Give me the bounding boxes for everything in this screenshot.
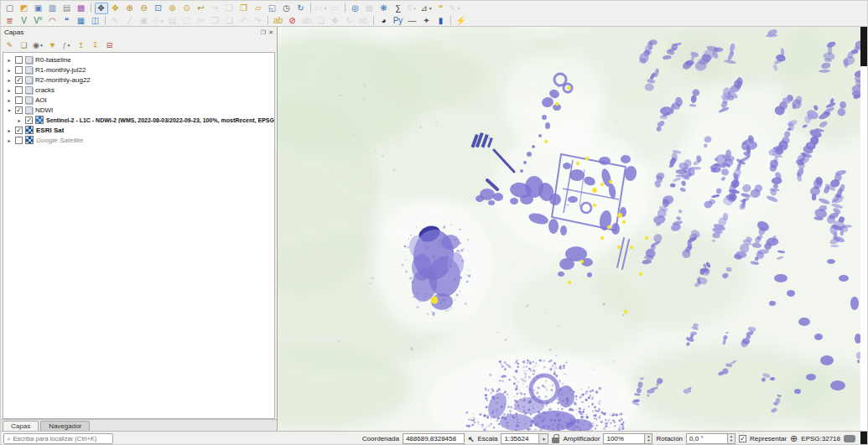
statistics-summary-button[interactable]: ∑ (392, 3, 405, 14)
expand-arrow-icon[interactable]: ▸ (6, 57, 13, 63)
layer-visibility-checkbox[interactable] (15, 66, 23, 74)
layer-visibility-checkbox[interactable] (15, 137, 23, 144)
layer-visibility-checkbox[interactable] (15, 56, 23, 64)
refresh-button[interactable]: ↻ (294, 3, 308, 14)
expand-arrow-icon[interactable]: ▸ (6, 127, 13, 133)
layer-visibility-checkbox[interactable]: ✓ (15, 76, 23, 84)
zoom-to-selection-button[interactable]: ⊛ (166, 3, 179, 14)
expand-arrow-icon[interactable]: ▾ (6, 107, 13, 113)
locator-input[interactable] (13, 435, 110, 442)
save-project-as-button[interactable]: ▥ (46, 3, 60, 14)
star-tool-button[interactable]: ✦ (420, 15, 434, 27)
map-tips-button[interactable]: ❝ (434, 3, 448, 14)
locator-search[interactable]: ⌕ (3, 433, 113, 444)
layer-item-aoi[interactable]: ▸AOI (3, 95, 274, 105)
grass-tools-button[interactable]: ◕ (377, 15, 391, 27)
tab-navegador[interactable]: Navegador (40, 421, 90, 431)
coordinate-field[interactable]: 488689,8328458 (403, 433, 465, 444)
crs-value[interactable]: EPSG:32718 (801, 435, 840, 442)
layer-visibility-checkbox[interactable] (15, 96, 23, 104)
show-bookmarks-button[interactable]: ❐ (237, 3, 251, 14)
mouse-position-icon[interactable]: ↖ (468, 435, 475, 443)
layer-label[interactable]: NDWI (35, 106, 53, 114)
layer-label[interactable]: R0-baseline (35, 56, 71, 64)
expand-arrow-icon[interactable]: ▸ (6, 87, 13, 93)
measure-button[interactable]: ⊿▼ (420, 3, 434, 14)
render-checkbox[interactable]: ✓ (739, 435, 746, 442)
pan-map-button[interactable]: ✥ (95, 3, 108, 14)
data-source-manager-button[interactable]: ≣ (3, 15, 17, 27)
add-delimited-text-layer-button[interactable]: ❝ (60, 15, 74, 27)
add-virtual-layer-button[interactable]: ◫ (89, 15, 102, 27)
new-map-view-button[interactable]: ▱ (252, 3, 265, 14)
open-layer-styling-button[interactable]: ✎ (3, 39, 16, 51)
scale-dropdown[interactable]: ▼ (539, 433, 548, 444)
page-scrollbar-thumb[interactable] (860, 27, 867, 66)
add-raster-layer-button[interactable]: ▦ (75, 15, 88, 27)
new-project-button[interactable]: ▢ (3, 3, 17, 14)
layer-item-google-satellite[interactable]: ▸Google Satellite (3, 135, 274, 145)
layer-item-r0-baseline[interactable]: ▸R0-baseline (3, 54, 274, 65)
zoom-to-layer-button[interactable]: ⊙ (180, 3, 194, 14)
layer-item-ndwi[interactable]: ▾✓NDWI (3, 105, 274, 115)
zoom-full-button[interactable]: ⊡ (152, 3, 165, 14)
python-console-button[interactable]: Py (392, 15, 405, 27)
layer-label[interactable]: R2-monthly-aug22 (35, 76, 91, 84)
layer-item-sentinel-2-l1c-ndwi-2-wms-2022-08-03-202[interactable]: ▸✓Sentinel-2 - L1C - NDWI-2 (WMS, 2022-0… (3, 115, 274, 125)
add-vector-layer-button[interactable]: V (18, 15, 31, 27)
float-panel-icon[interactable]: ❐ (261, 29, 266, 36)
manage-map-themes-button[interactable]: ◉▼ (32, 39, 44, 51)
layer-visibility-checkbox[interactable]: ✓ (25, 116, 33, 124)
temporal-controller-button[interactable]: ◷ (280, 3, 294, 14)
layer-item-r2-monthly-aug22[interactable]: ▸✓R2-monthly-aug22 (3, 75, 274, 85)
save-project-button[interactable]: ▣ (32, 3, 45, 14)
tab-capas[interactable]: Capas (3, 421, 39, 431)
expand-arrow-icon[interactable]: ▸ (6, 137, 13, 143)
pan-to-selection-button[interactable]: ✥ (109, 3, 122, 14)
remove-layer-button[interactable]: ⊟ (103, 39, 116, 51)
collapse-all-button[interactable]: ↧ (89, 39, 101, 51)
open-project-button[interactable]: ◩ (18, 3, 31, 14)
processing-toolbox-button[interactable]: ❋ (377, 3, 391, 14)
magnifier-field[interactable]: 100% (603, 433, 645, 444)
page-scrollbar-track[interactable] (860, 27, 867, 431)
help-contents-button[interactable]: ▮ (434, 15, 448, 27)
scale-field[interactable]: 1:35624 (501, 433, 539, 444)
expand-arrow-icon[interactable]: ▸ (6, 67, 13, 73)
plugin-lightning-button[interactable]: ⚡ (455, 15, 468, 27)
close-panel-icon[interactable]: ✕ (268, 29, 273, 36)
identify-features-button[interactable]: ◎ (349, 3, 362, 14)
expand-all-button[interactable]: ↥ (75, 39, 87, 51)
rotation-field[interactable]: 0,0 ° (686, 433, 728, 444)
project-properties-button[interactable]: ▤ (60, 3, 74, 14)
expand-arrow-icon[interactable]: ▸ (6, 97, 13, 103)
add-geopackage-layer-button[interactable]: ◠ (46, 15, 60, 27)
layer-item-esri-sat[interactable]: ▸✓ESRI Sat (3, 125, 274, 135)
layer-item-r1-monthly-jul22[interactable]: ▸R1-monthly-jul22 (3, 65, 274, 75)
layer-item-cracks[interactable]: ▸cracks (3, 85, 274, 95)
layer-visibility-checkbox[interactable]: ✓ (15, 106, 23, 114)
map-canvas[interactable] (278, 27, 860, 431)
layer-visibility-checkbox[interactable]: ✓ (15, 127, 23, 134)
filter-legend-button[interactable]: ▼ (46, 39, 59, 51)
layer-label[interactable]: cracks (35, 86, 55, 94)
new-shapefile-layer-button[interactable]: V° (32, 15, 45, 27)
layer-label[interactable]: Sentinel-2 - L1C - NDWI-2 (WMS, 2022-08-… (46, 117, 274, 123)
dash-tool-button[interactable]: — (406, 15, 419, 27)
messages-bubble-icon[interactable] (844, 435, 855, 442)
layer-visibility-checkbox[interactable] (15, 86, 23, 94)
expand-arrow-icon[interactable]: ▸ (16, 117, 23, 123)
layer-label[interactable]: AOI (35, 96, 47, 104)
zoom-out-button[interactable]: ⊖ (138, 3, 151, 14)
zoom-in-button[interactable]: ⊕ (123, 3, 137, 14)
magnifier-spinner[interactable]: ▲▼ (645, 433, 652, 444)
lock-scale-icon[interactable] (552, 437, 559, 443)
style-manager-button[interactable]: ▩ (75, 3, 88, 14)
new-3d-map-view-button[interactable]: ◱ (266, 3, 279, 14)
layer-label[interactable]: Google Satellite (36, 137, 83, 144)
layer-label[interactable]: R1-monthly-jul22 (35, 66, 86, 74)
zoom-last-button[interactable]: ↩ (195, 3, 208, 14)
layer-label[interactable]: ESRI Sat (36, 127, 64, 134)
layer-labeling-button[interactable]: ab (272, 15, 285, 27)
layer-labeling-off-button[interactable]: ⊘ (286, 15, 299, 27)
